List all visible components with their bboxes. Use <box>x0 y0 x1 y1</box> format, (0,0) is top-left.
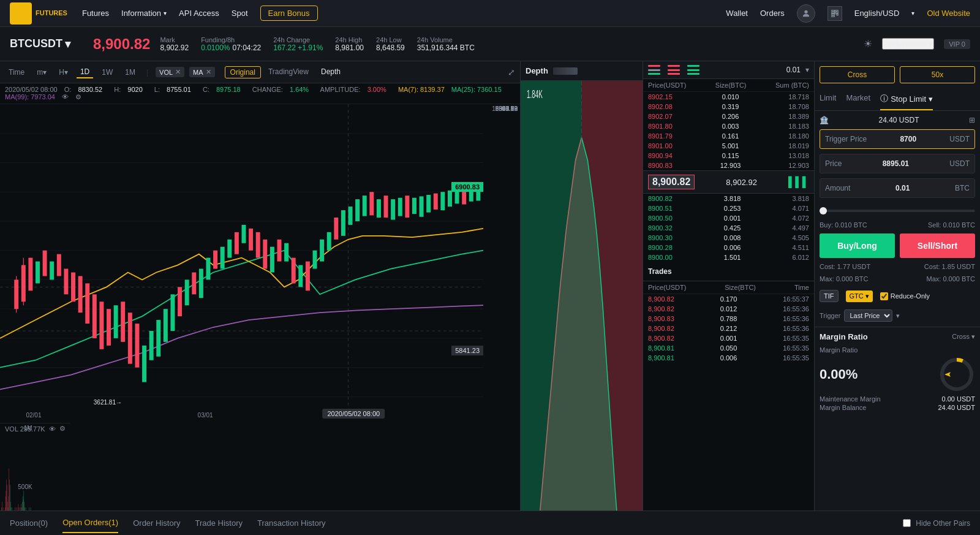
ob-both-icon[interactable] <box>648 65 660 75</box>
trigger-type-selector[interactable]: Last Price <box>844 309 892 322</box>
date-tooltip: 2020/05/02 08:00 <box>322 409 385 419</box>
trade-history-tab[interactable]: Trade History <box>195 514 243 533</box>
ob-col-price: Price(USDT) <box>648 82 686 89</box>
ma-indicator[interactable]: MA ✕ <box>189 67 215 77</box>
trade-row-2[interactable]: 8,900.820.01216:55:36 <box>643 304 814 314</box>
nav-spot[interactable]: Spot <box>232 9 248 18</box>
ask-row-3[interactable]: 8902.070.20618.389 <box>643 112 814 121</box>
stop-limit-tab[interactable]: ⓘ Stop Limit ▾ <box>880 88 933 110</box>
vol-settings-icon[interactable]: ⚙ <box>59 425 66 433</box>
gtc-selector[interactable]: GTC ▾ <box>846 290 873 302</box>
ask-row-5[interactable]: 8901.790.16118.180 <box>643 131 814 141</box>
expand-chart-button[interactable]: ⤢ <box>508 67 515 77</box>
svg-rect-7 <box>832 14 834 15</box>
chart-canvas[interactable]: 10000.00 9000.12 8978.06 8955.99 8933.92… <box>0 104 520 535</box>
tradingview-btn[interactable]: TradingView <box>263 66 314 78</box>
arrow-annotation: 3621.81→ <box>94 399 122 406</box>
ticker-24h-volume: 24h Volume 351,916.344 BTC <box>417 36 475 52</box>
bid-row-2[interactable]: 8900.510.2534.071 <box>643 203 814 213</box>
trigger-price-field[interactable]: Trigger Price 8700 USDT <box>820 129 975 149</box>
original-view-btn[interactable]: Original <box>225 66 261 78</box>
ob-mid-price: 8,900.82 <box>648 175 695 189</box>
trade-row-7[interactable]: 8,900.810.00616:55:35 <box>643 353 814 363</box>
transaction-history-tab[interactable]: Transaction History <box>257 514 326 533</box>
trade-row-5[interactable]: 8,900.820.00116:55:35 <box>643 333 814 343</box>
sell-short-button[interactable]: Sell/Short <box>900 233 975 258</box>
margin-section: Margin Ratio Cross ▾ Margin Ratio 0.00% … <box>815 327 980 417</box>
ob-tick-size[interactable]: 0.01 <box>786 66 801 74</box>
bid-row-3[interactable]: 8900.500.0014.072 <box>643 213 814 223</box>
settings-chart-icon[interactable]: ⚙ <box>75 93 81 101</box>
ask-row-2[interactable]: 8902.080.31918.708 <box>643 102 814 112</box>
vol-eye-icon[interactable]: 👁 <box>49 425 56 433</box>
nav-futures[interactable]: Futures <box>82 9 109 18</box>
open-orders-tab[interactable]: Open Orders(1) <box>62 513 118 533</box>
trade-row-6[interactable]: 8,900.810.05016:55:35 <box>643 343 814 353</box>
ob-asks-icon[interactable] <box>668 65 680 75</box>
nav-wallet[interactable]: Wallet <box>726 9 748 18</box>
eye-icon[interactable]: 👁 <box>62 93 69 101</box>
amount-slider[interactable] <box>820 210 975 212</box>
ticker-symbol[interactable]: BTCUSDT ▾ <box>10 37 83 51</box>
view-buttons: Original TradingView Depth <box>225 66 345 78</box>
nav-information[interactable]: Information ▾ <box>121 9 167 18</box>
ma-close-icon[interactable]: ✕ <box>206 68 211 76</box>
chart-h: H: 9020 <box>114 86 148 93</box>
bid-row-4[interactable]: 8900.320.4254.497 <box>643 223 814 233</box>
ask-row-4[interactable]: 8901.800.00318.183 <box>643 121 814 131</box>
vol-close-icon[interactable]: ✕ <box>175 68 181 76</box>
svg-rect-51 <box>199 269 203 298</box>
bid-row-5[interactable]: 8900.300.0084.505 <box>643 233 814 243</box>
hide-other-pairs-checkbox[interactable] <box>903 519 911 527</box>
toolbar-m[interactable]: m▾ <box>33 67 50 78</box>
trade-row-3[interactable]: 8,900.830.78816:55:36 <box>643 314 814 324</box>
ob-bids-icon[interactable] <box>687 65 699 75</box>
ask-row-8[interactable]: 8900.8312.90312.903 <box>643 161 814 170</box>
svg-text:1.84K: 1.84K <box>527 88 543 101</box>
ask-row-7[interactable]: 8900.940.11513.018 <box>643 151 814 161</box>
toolbar-h[interactable]: H▾ <box>55 67 72 78</box>
bid-row-7[interactable]: 8900.001.5016.012 <box>643 252 814 262</box>
nav-api-access[interactable]: API Access <box>179 9 219 18</box>
depth-chart[interactable]: 1.84K 2.34K <box>521 81 643 535</box>
hide-other-pairs-row: Hide Other Pairs <box>903 519 970 528</box>
svg-rect-50 <box>192 272 196 294</box>
svg-rect-81 <box>412 198 417 214</box>
earn-bonus-button[interactable]: Earn Bonus <box>260 6 318 21</box>
settings-icon[interactable]: ☀ <box>864 38 872 50</box>
price-field[interactable]: Price 8895.01 USDT <box>820 154 975 173</box>
depth-btn[interactable]: Depth <box>316 66 345 78</box>
ask-row-1[interactable]: 8902.150.01018.718 <box>643 92 814 102</box>
calculator-icon[interactable]: ⊞ <box>969 116 975 124</box>
order-history-tab[interactable]: Order History <box>133 514 180 533</box>
margin-cross-selector[interactable]: Cross ▾ <box>952 333 975 341</box>
tif-selector[interactable]: TIF <box>820 290 839 302</box>
toolbar-1m[interactable]: 1M <box>121 67 139 78</box>
language-selector[interactable]: English/USD <box>854 9 900 18</box>
vol-indicator[interactable]: VOL ✕ <box>156 67 184 77</box>
amount-field[interactable]: Amount 0.01 BTC <box>820 178 975 198</box>
trade-row-1[interactable]: 8,900.820.17016:55:37 <box>643 294 814 304</box>
toolbar-1w[interactable]: 1W <box>98 67 116 78</box>
qr-code-icon[interactable] <box>827 6 842 21</box>
cross-mode-button[interactable]: Cross <box>820 66 895 83</box>
toolbar-time[interactable]: Time <box>5 67 28 78</box>
trade-row-4[interactable]: 8,900.820.21216:55:36 <box>643 324 814 333</box>
avatar-button[interactable] <box>797 4 815 23</box>
bid-row-1[interactable]: 8900.823.8183.818 <box>643 194 814 203</box>
leverage-button[interactable]: 50x <box>900 66 975 83</box>
logo[interactable]: FUTURES <box>10 2 67 25</box>
buy-long-button[interactable]: Buy/Long <box>820 233 895 258</box>
old-website-link[interactable]: Old Website <box>927 9 970 18</box>
market-tab[interactable]: Market <box>846 88 870 110</box>
position-tab[interactable]: Position(0) <box>10 514 48 533</box>
ask-row-6[interactable]: 8901.005.00118.019 <box>643 141 814 151</box>
bid-row-6[interactable]: 8900.280.0064.511 <box>643 243 814 252</box>
reduce-only-checkbox[interactable]: Reduce-Only <box>880 292 930 300</box>
limit-tab[interactable]: Limit <box>820 88 836 110</box>
svg-rect-29 <box>43 251 47 276</box>
toolbar-1d[interactable]: 1D <box>77 66 93 78</box>
nav-orders[interactable]: Orders <box>760 9 785 18</box>
preferences-button[interactable]: Preferences ▾ <box>882 38 934 50</box>
svg-marker-0 <box>16 7 26 17</box>
